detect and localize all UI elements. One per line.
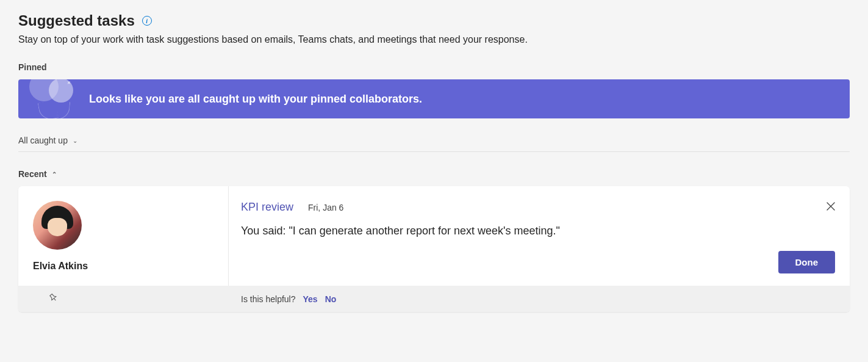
feedback-no[interactable]: No (325, 294, 337, 304)
dismiss-task-button[interactable] (824, 198, 838, 216)
page-title: Suggested tasks (18, 12, 135, 29)
balloon-illustration (29, 79, 78, 118)
recent-label: Recent (18, 169, 47, 179)
avatar[interactable] (33, 201, 82, 250)
banner-text: Looks like you are all caught up with yo… (89, 93, 422, 106)
suggested-task-card: Elvia Atkins KPI review Fri, Jan 6 You s… (18, 186, 850, 312)
task-person-column: Elvia Atkins (18, 186, 229, 286)
feedback-question: Is this helpful? (241, 294, 296, 304)
caught-up-banner: Looks like you are all caught up with yo… (18, 79, 850, 118)
pinned-section-header: Pinned (18, 62, 850, 72)
task-body: You said: "I can generate another report… (241, 225, 835, 237)
task-card-footer: Is this helpful? Yes No (18, 286, 850, 312)
info-icon[interactable]: i (142, 16, 152, 26)
all-caught-up-toggle[interactable]: All caught up ⌄ (18, 136, 850, 152)
page-subtitle: Stay on top of your work with task sugge… (18, 34, 850, 45)
person-name: Elvia Atkins (33, 261, 213, 272)
pin-icon[interactable] (46, 290, 63, 308)
task-date: Fri, Jan 6 (308, 203, 343, 212)
feedback-row: Is this helpful? Yes No (241, 294, 336, 304)
chevron-up-icon: ⌃ (52, 171, 57, 178)
feedback-yes[interactable]: Yes (303, 294, 318, 304)
task-title-link[interactable]: KPI review (241, 201, 293, 214)
task-content-column: KPI review Fri, Jan 6 You said: "I can g… (229, 186, 850, 286)
recent-section-header[interactable]: Recent ⌃ (18, 169, 850, 179)
chevron-down-icon: ⌄ (73, 137, 77, 144)
page-header: Suggested tasks i (18, 12, 850, 29)
all-caught-up-label: All caught up (18, 136, 68, 145)
done-button[interactable]: Done (778, 251, 836, 273)
pinned-label: Pinned (18, 62, 47, 72)
close-icon (827, 202, 835, 211)
